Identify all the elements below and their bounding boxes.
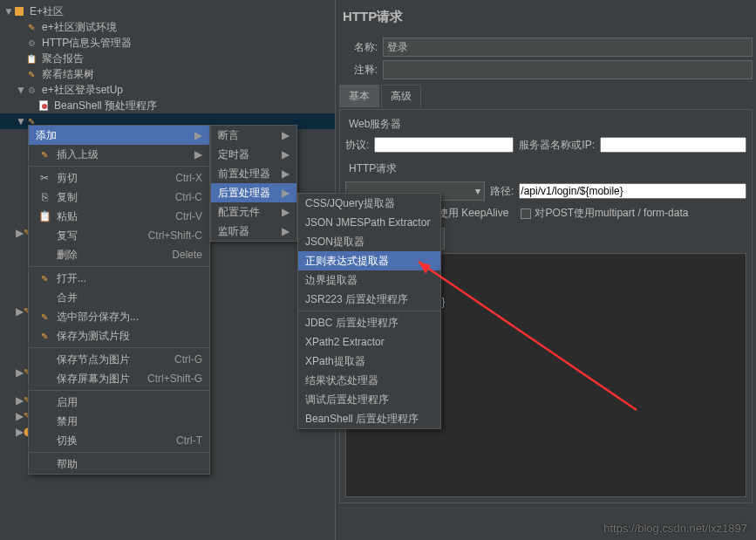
watermark: https://blog.csdn.net/lxz1897	[603, 522, 747, 535]
chevron-right-icon: ▶	[282, 225, 289, 237]
menu-listener[interactable]: 监听器▶	[211, 222, 296, 241]
menu-save-selection[interactable]: ✎选中部分保存为...	[29, 307, 209, 326]
menu-jmespath-extractor[interactable]: JSON JMESPath Extractor	[298, 213, 440, 232]
menu-post-processor[interactable]: 后置处理器▶	[211, 183, 296, 202]
menu-save-node-img[interactable]: 保存节点为图片Ctrl-G	[29, 350, 209, 369]
menu-enable[interactable]: 启用	[29, 393, 209, 412]
gear-icon: ⚙	[24, 84, 38, 96]
separator	[29, 166, 209, 167]
tab-basic[interactable]: 基本	[339, 85, 379, 107]
separator	[29, 266, 209, 267]
chevron-right-icon: ▶	[194, 129, 202, 141]
save-icon: ✎	[36, 332, 53, 341]
menu-debug-post[interactable]: 调试后置处理程序	[298, 390, 440, 409]
menu-add[interactable]: 添加▶	[29, 126, 209, 145]
comment-label: 注释:	[339, 63, 378, 78]
clipboard-icon: 📋	[24, 52, 38, 65]
name-input[interactable]	[383, 38, 753, 57]
menu-boundary-extractor[interactable]: 边界提取器	[298, 270, 440, 290]
paste-icon: 📋	[36, 210, 53, 222]
doc-icon	[39, 100, 48, 111]
pencil-icon: ✎	[36, 150, 53, 160]
menu-merge[interactable]: 合并	[29, 288, 209, 307]
panel-title: HTTP请求	[339, 3, 753, 34]
tree-item[interactable]: ✎察看结果树	[0, 66, 335, 82]
menu-cut[interactable]: ✂剪切Ctrl-X	[29, 168, 209, 188]
menu-rewrite[interactable]: 复写Ctrl+Shift-C	[29, 226, 209, 245]
protocol-label: 协议:	[345, 138, 369, 153]
tab-advanced[interactable]: 高级	[381, 85, 421, 107]
menu-open[interactable]: ✎打开...	[29, 269, 209, 288]
tree-panel: ▼E+社区 ✎e+社区测试环境 ⚙HTTP信息头管理器 📋聚合报告 ✎察看结果树…	[0, 0, 336, 540]
protocol-input[interactable]	[374, 137, 514, 153]
tree-item[interactable]: ✎e+社区测试环境	[0, 19, 335, 35]
open-icon: ✎	[36, 274, 53, 284]
chevron-right-icon: ▶	[194, 148, 202, 161]
chevron-right-icon: ▶	[282, 167, 289, 180]
multipart-checkbox[interactable]: 对POST使用multipart / form-data	[521, 206, 688, 221]
menu-json-extractor[interactable]: JSON提取器	[298, 232, 440, 251]
context-menu-add: 断言▶ 定时器▶ 前置处理器▶ 后置处理器▶ 配置元件▶ 监听器▶	[210, 125, 297, 242]
menu-copy[interactable]: ⎘复制Ctrl-C	[29, 188, 209, 207]
menu-delete[interactable]: 删除Delete	[29, 245, 209, 264]
menu-insert-parent[interactable]: ✎插入上级▶	[29, 145, 209, 164]
tree-item[interactable]: ▼⚙e+社区登录setUp	[0, 82, 335, 98]
chevron-right-icon: ▶	[282, 129, 289, 141]
menu-pre-processor[interactable]: 前置处理器▶	[211, 164, 296, 183]
tree-item[interactable]: 📋聚合报告	[0, 51, 335, 66]
tree-root[interactable]: ▼E+社区	[0, 3, 335, 19]
comment-input[interactable]	[383, 60, 753, 79]
menu-jsr223-post[interactable]: JSR223 后置处理程序	[298, 290, 440, 309]
server-label: 服务器名称或IP:	[519, 138, 595, 153]
tree-item[interactable]: ⚙HTTP信息头管理器	[0, 35, 335, 51]
chevron-right-icon: ▶	[282, 206, 289, 218]
menu-result-status[interactable]: 结果状态处理器	[298, 371, 440, 390]
menu-xpath-extractor[interactable]: XPath提取器	[298, 352, 440, 371]
save-icon: ✎	[36, 312, 53, 322]
menu-toggle[interactable]: 切换Ctrl-T	[29, 431, 209, 450]
context-menu-post-processor: CSS/JQuery提取器 JSON JMESPath Extractor JS…	[297, 193, 441, 429]
menu-beanshell-post[interactable]: BeanShell 后置处理程序	[298, 409, 440, 428]
chevron-right-icon: ▶	[282, 148, 289, 161]
copy-icon: ⎘	[36, 191, 53, 203]
path-label: 路径:	[490, 184, 514, 199]
separator	[29, 347, 209, 348]
tree-item[interactable]: BeanShell 预处理程序	[0, 98, 335, 113]
section-web-server: Web服务器	[345, 115, 746, 133]
server-input[interactable]	[600, 137, 746, 153]
cut-icon: ✂	[36, 172, 53, 184]
menu-disable[interactable]: 禁用	[29, 412, 209, 431]
menu-css-extractor[interactable]: CSS/JQuery提取器	[298, 194, 440, 213]
tree-icon: ✎	[24, 68, 38, 80]
menu-assertions[interactable]: 断言▶	[211, 126, 296, 145]
separator	[298, 311, 440, 311]
name-label: 名称:	[339, 40, 378, 55]
pencil-icon: ✎	[24, 21, 38, 33]
chevron-right-icon: ▶	[282, 187, 289, 199]
menu-timer[interactable]: 定时器▶	[211, 145, 296, 164]
separator	[29, 390, 209, 391]
menu-paste[interactable]: 📋粘贴Ctrl-V	[29, 207, 209, 226]
section-http-req: HTTP请求	[345, 160, 746, 178]
context-menu-main: 添加▶ ✎插入上级▶ ✂剪切Ctrl-X ⎘复制Ctrl-C 📋粘贴Ctrl-V…	[28, 125, 210, 475]
separator	[29, 452, 209, 453]
menu-save-screen-img[interactable]: 保存屏幕为图片Ctrl+Shift-G	[29, 369, 209, 388]
flask-icon	[15, 7, 24, 16]
menu-jdbc-post[interactable]: JDBC 后置处理程序	[298, 313, 440, 332]
menu-regex-extractor[interactable]: 正则表达式提取器	[298, 251, 440, 270]
path-input[interactable]	[519, 183, 746, 199]
menu-save-fragment[interactable]: ✎保存为测试片段	[29, 326, 209, 345]
menu-help[interactable]: 帮助	[29, 455, 209, 474]
gear-icon: ⚙	[24, 37, 38, 49]
menu-xpath2-extractor[interactable]: XPath2 Extractor	[298, 332, 440, 352]
checkbox-icon	[521, 208, 531, 219]
menu-config-element[interactable]: 配置元件▶	[211, 202, 296, 222]
